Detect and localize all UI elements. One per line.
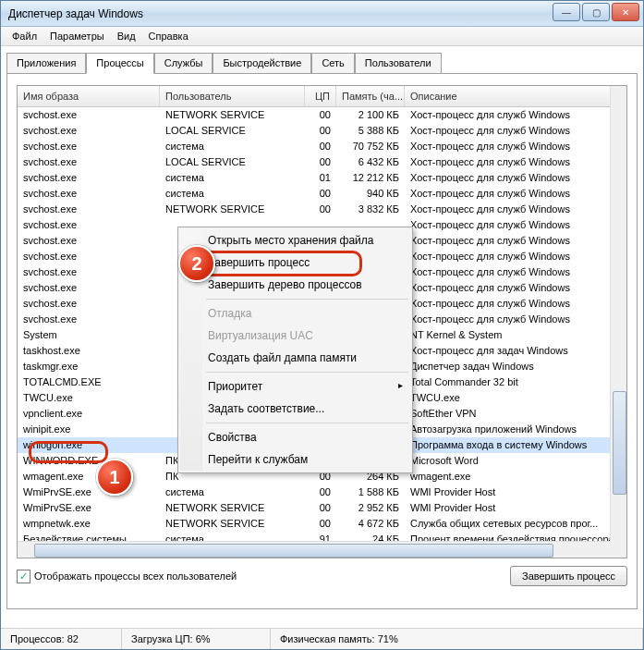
titlebar[interactable]: Диспетчер задач Windows — ▢ ✕ — [1, 1, 643, 27]
status-processes: Процессов: 82 — [1, 629, 122, 649]
tab-processes[interactable]: Процессы — [86, 53, 153, 74]
cell-desc: Хост-процесс для задач Windows — [405, 343, 626, 359]
ctx-open-file-location[interactable]: Открыть место хранения файла — [180, 229, 410, 251]
col-header-image[interactable]: Имя образа — [18, 86, 160, 106]
cell-img: WmiPrvSE.exe — [18, 500, 160, 516]
cell-desc: Хост-процесс для служб Windows — [405, 170, 626, 186]
cell-img: WINWORD.EXE — [18, 453, 160, 469]
cell-desc: Хост-процесс для служб Windows — [405, 312, 626, 327]
ctx-separator — [206, 372, 408, 373]
callout-badge-1: 1 — [96, 459, 133, 496]
cell-img: svchost.exe — [18, 312, 160, 327]
cell-img: svchost.exe — [18, 139, 160, 154]
col-header-cpu[interactable]: ЦП — [305, 86, 336, 106]
cell-mem: 70 752 КБ — [336, 139, 405, 154]
cell-img: svchost.exe — [18, 249, 160, 264]
tab-services[interactable]: Службы — [154, 53, 213, 74]
ctx-end-process-tree[interactable]: Завершить дерево процессов — [180, 274, 410, 296]
cell-cpu: 00 — [305, 516, 336, 532]
table-row[interactable]: svchost.exeсистема0070 752 КБХост-процес… — [18, 139, 626, 154]
cell-desc: Хост-процесс для служб Windows — [405, 249, 626, 264]
cell-img: svchost.exe — [18, 186, 160, 202]
ctx-set-affinity[interactable]: Задать соответствие... — [180, 398, 410, 420]
cell-img: svchost.exe — [18, 170, 160, 186]
cell-desc: Хост-процесс для служб Windows — [405, 186, 626, 202]
menu-help[interactable]: Справка — [143, 29, 194, 43]
menu-view[interactable]: Вид — [112, 29, 141, 43]
cell-cpu: 00 — [305, 484, 336, 500]
callout-badge-2: 2 — [178, 245, 215, 282]
vertical-scrollbar[interactable] — [610, 86, 626, 558]
tab-applications[interactable]: Приложения — [6, 53, 86, 74]
cell-cpu: 00 — [305, 202, 336, 217]
table-row[interactable]: wmpnetwk.exeNETWORK SERVICE004 672 КБСлу… — [18, 516, 626, 532]
checkbox-icon: ✓ — [17, 570, 30, 583]
ctx-separator — [206, 299, 408, 300]
cell-desc: Хост-процесс для служб Windows — [405, 233, 626, 249]
close-button[interactable]: ✕ — [612, 3, 639, 21]
col-header-description[interactable]: Описание — [405, 86, 626, 106]
cell-desc: Хост-процесс для служб Windows — [405, 202, 626, 217]
cell-usr: NETWORK SERVICE — [160, 202, 305, 217]
tab-networking[interactable]: Сеть — [311, 53, 354, 74]
table-row[interactable]: svchost.exeLOCAL SERVICE005 388 КБХост-п… — [18, 123, 626, 139]
maximize-button[interactable]: ▢ — [582, 3, 610, 21]
cell-desc: Хост-процесс для служб Windows — [405, 264, 626, 280]
cell-mem: 6 432 КБ — [336, 154, 405, 170]
grid-header: Имя образа Пользователь ЦП Память (ча...… — [18, 86, 626, 107]
status-bar: Процессов: 82 Загрузка ЦП: 6% Физическая… — [1, 628, 643, 649]
vscroll-thumb[interactable] — [613, 391, 626, 495]
cell-desc: NT Kernel & System — [405, 327, 626, 343]
cell-desc: Диспетчер задач Windows — [405, 359, 626, 374]
status-memory: Физическая память: 71% — [271, 629, 643, 649]
cell-img: taskhost.exe — [18, 343, 160, 359]
show-all-users-checkbox[interactable]: ✓ Отображать процессы всех пользователей — [17, 570, 237, 583]
cell-desc: SoftEther VPN — [405, 406, 626, 422]
cell-img: System — [18, 327, 160, 343]
ctx-uac-virtualization: Виртуализация UAC — [180, 325, 410, 347]
cell-img: svchost.exe — [18, 280, 160, 296]
menu-file[interactable]: Файл — [6, 29, 43, 43]
menubar: Файл Параметры Вид Справка — [1, 27, 643, 46]
tab-users[interactable]: Пользователи — [355, 53, 442, 74]
cell-desc: WMI Provider Host — [405, 484, 626, 500]
end-process-button[interactable]: Завершить процесс — [510, 566, 627, 586]
tab-performance[interactable]: Быстродействие — [213, 53, 311, 74]
cell-mem: 3 832 КБ — [336, 202, 405, 217]
ctx-goto-services[interactable]: Перейти к службам — [180, 448, 410, 471]
hscroll-thumb[interactable] — [34, 544, 553, 558]
menu-options[interactable]: Параметры — [44, 29, 110, 43]
cell-img: vpnclient.exe — [18, 406, 160, 422]
table-row[interactable]: svchost.exeNETWORK SERVICE002 100 КБХост… — [18, 107, 626, 123]
ctx-priority[interactable]: Приоритет — [180, 375, 410, 398]
checkbox-label: Отображать процессы всех пользователей — [34, 570, 237, 582]
ctx-debug: Отладка — [180, 302, 410, 325]
col-header-user[interactable]: Пользователь — [160, 86, 305, 106]
table-row[interactable]: svchost.exeсистема0112 212 КБХост-процес… — [18, 170, 626, 186]
cell-img: svchost.exe — [18, 123, 160, 139]
cell-img: svchost.exe — [18, 107, 160, 123]
cell-mem: 940 КБ — [336, 186, 405, 202]
table-row[interactable]: svchost.exeLOCAL SERVICE006 432 КБХост-п… — [18, 154, 626, 170]
table-row[interactable]: svchost.exeсистема00940 КБХост-процесс д… — [18, 186, 626, 202]
minimize-button[interactable]: — — [553, 3, 580, 21]
table-row[interactable]: WmiPrvSE.exeNETWORK SERVICE002 952 КБWMI… — [18, 500, 626, 516]
cell-desc: Хост-процесс для служб Windows — [405, 296, 626, 312]
cell-desc: Служба общих сетевых ресурсов прог... — [405, 516, 626, 532]
cell-img: TOTALCMD.EXE — [18, 374, 160, 390]
ctx-create-dump[interactable]: Создать файл дампа памяти — [180, 347, 410, 369]
table-row[interactable]: svchost.exeNETWORK SERVICE003 832 КБХост… — [18, 202, 626, 217]
cell-usr: система — [160, 484, 305, 500]
ctx-separator — [206, 423, 408, 423]
cell-mem: 2 952 КБ — [336, 500, 405, 516]
col-header-memory[interactable]: Память (ча... — [336, 86, 405, 106]
cell-desc: Хост-процесс для служб Windows — [405, 217, 626, 233]
ctx-properties[interactable]: Свойства — [180, 426, 410, 448]
cell-img: svchost.exe — [18, 154, 160, 170]
cell-desc: Microsoft Word — [405, 453, 626, 469]
cell-usr: система — [160, 186, 305, 202]
cell-img: winlogon.exe — [18, 437, 160, 453]
cell-mem: 2 100 КБ — [336, 107, 405, 123]
cell-desc: TWCU.exe — [405, 390, 626, 406]
horizontal-scrollbar[interactable] — [18, 541, 611, 558]
